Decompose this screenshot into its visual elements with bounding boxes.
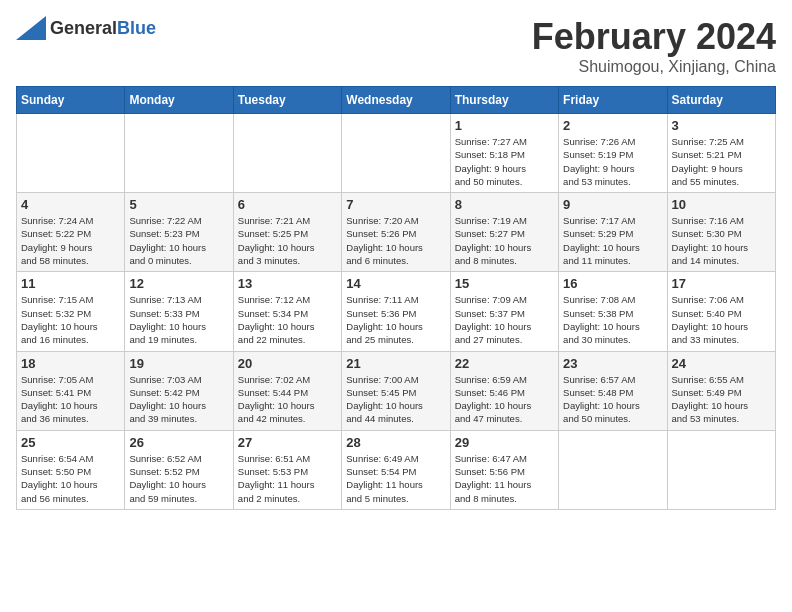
day-number: 9 xyxy=(563,197,662,212)
weekday-header-friday: Friday xyxy=(559,87,667,114)
day-number: 18 xyxy=(21,356,120,371)
calendar-cell: 9Sunrise: 7:17 AM Sunset: 5:29 PM Daylig… xyxy=(559,193,667,272)
day-number: 1 xyxy=(455,118,554,133)
calendar-cell: 21Sunrise: 7:00 AM Sunset: 5:45 PM Dayli… xyxy=(342,351,450,430)
calendar-week-row: 4Sunrise: 7:24 AM Sunset: 5:22 PM Daylig… xyxy=(17,193,776,272)
calendar-cell: 3Sunrise: 7:25 AM Sunset: 5:21 PM Daylig… xyxy=(667,114,775,193)
calendar-cell xyxy=(667,430,775,509)
calendar-cell: 4Sunrise: 7:24 AM Sunset: 5:22 PM Daylig… xyxy=(17,193,125,272)
weekday-header-monday: Monday xyxy=(125,87,233,114)
day-number: 13 xyxy=(238,276,337,291)
calendar-cell: 19Sunrise: 7:03 AM Sunset: 5:42 PM Dayli… xyxy=(125,351,233,430)
calendar-cell: 11Sunrise: 7:15 AM Sunset: 5:32 PM Dayli… xyxy=(17,272,125,351)
logo-icon xyxy=(16,16,46,40)
day-info: Sunrise: 7:08 AM Sunset: 5:38 PM Dayligh… xyxy=(563,293,662,346)
calendar-week-row: 25Sunrise: 6:54 AM Sunset: 5:50 PM Dayli… xyxy=(17,430,776,509)
day-number: 25 xyxy=(21,435,120,450)
day-info: Sunrise: 7:21 AM Sunset: 5:25 PM Dayligh… xyxy=(238,214,337,267)
calendar-cell: 2Sunrise: 7:26 AM Sunset: 5:19 PM Daylig… xyxy=(559,114,667,193)
day-info: Sunrise: 7:25 AM Sunset: 5:21 PM Dayligh… xyxy=(672,135,771,188)
day-number: 3 xyxy=(672,118,771,133)
day-info: Sunrise: 7:15 AM Sunset: 5:32 PM Dayligh… xyxy=(21,293,120,346)
day-info: Sunrise: 7:06 AM Sunset: 5:40 PM Dayligh… xyxy=(672,293,771,346)
day-number: 19 xyxy=(129,356,228,371)
calendar-week-row: 1Sunrise: 7:27 AM Sunset: 5:18 PM Daylig… xyxy=(17,114,776,193)
day-info: Sunrise: 7:02 AM Sunset: 5:44 PM Dayligh… xyxy=(238,373,337,426)
day-info: Sunrise: 7:20 AM Sunset: 5:26 PM Dayligh… xyxy=(346,214,445,267)
day-info: Sunrise: 7:26 AM Sunset: 5:19 PM Dayligh… xyxy=(563,135,662,188)
day-number: 20 xyxy=(238,356,337,371)
day-info: Sunrise: 7:12 AM Sunset: 5:34 PM Dayligh… xyxy=(238,293,337,346)
calendar-cell xyxy=(233,114,341,193)
weekday-header-tuesday: Tuesday xyxy=(233,87,341,114)
day-number: 8 xyxy=(455,197,554,212)
weekday-header-thursday: Thursday xyxy=(450,87,558,114)
day-info: Sunrise: 6:49 AM Sunset: 5:54 PM Dayligh… xyxy=(346,452,445,505)
logo: GeneralBlue xyxy=(16,16,156,40)
day-number: 27 xyxy=(238,435,337,450)
day-info: Sunrise: 7:03 AM Sunset: 5:42 PM Dayligh… xyxy=(129,373,228,426)
day-number: 23 xyxy=(563,356,662,371)
calendar-cell: 15Sunrise: 7:09 AM Sunset: 5:37 PM Dayli… xyxy=(450,272,558,351)
day-info: Sunrise: 6:51 AM Sunset: 5:53 PM Dayligh… xyxy=(238,452,337,505)
calendar-cell xyxy=(559,430,667,509)
day-info: Sunrise: 7:09 AM Sunset: 5:37 PM Dayligh… xyxy=(455,293,554,346)
calendar-cell: 14Sunrise: 7:11 AM Sunset: 5:36 PM Dayli… xyxy=(342,272,450,351)
day-number: 28 xyxy=(346,435,445,450)
calendar-cell: 23Sunrise: 6:57 AM Sunset: 5:48 PM Dayli… xyxy=(559,351,667,430)
calendar-cell: 29Sunrise: 6:47 AM Sunset: 5:56 PM Dayli… xyxy=(450,430,558,509)
calendar-cell: 10Sunrise: 7:16 AM Sunset: 5:30 PM Dayli… xyxy=(667,193,775,272)
day-info: Sunrise: 7:22 AM Sunset: 5:23 PM Dayligh… xyxy=(129,214,228,267)
calendar-cell: 25Sunrise: 6:54 AM Sunset: 5:50 PM Dayli… xyxy=(17,430,125,509)
day-number: 21 xyxy=(346,356,445,371)
day-info: Sunrise: 7:19 AM Sunset: 5:27 PM Dayligh… xyxy=(455,214,554,267)
day-number: 22 xyxy=(455,356,554,371)
calendar-cell: 26Sunrise: 6:52 AM Sunset: 5:52 PM Dayli… xyxy=(125,430,233,509)
day-number: 11 xyxy=(21,276,120,291)
day-number: 2 xyxy=(563,118,662,133)
day-info: Sunrise: 7:05 AM Sunset: 5:41 PM Dayligh… xyxy=(21,373,120,426)
calendar-cell: 6Sunrise: 7:21 AM Sunset: 5:25 PM Daylig… xyxy=(233,193,341,272)
day-info: Sunrise: 7:24 AM Sunset: 5:22 PM Dayligh… xyxy=(21,214,120,267)
calendar-location: Shuimogou, Xinjiang, China xyxy=(532,58,776,76)
logo-blue: Blue xyxy=(117,18,156,38)
calendar-cell: 16Sunrise: 7:08 AM Sunset: 5:38 PM Dayli… xyxy=(559,272,667,351)
calendar-cell: 17Sunrise: 7:06 AM Sunset: 5:40 PM Dayli… xyxy=(667,272,775,351)
day-info: Sunrise: 6:59 AM Sunset: 5:46 PM Dayligh… xyxy=(455,373,554,426)
day-info: Sunrise: 6:57 AM Sunset: 5:48 PM Dayligh… xyxy=(563,373,662,426)
logo-general: General xyxy=(50,18,117,38)
calendar-title: February 2024 xyxy=(532,16,776,58)
day-number: 5 xyxy=(129,197,228,212)
calendar-cell: 24Sunrise: 6:55 AM Sunset: 5:49 PM Dayli… xyxy=(667,351,775,430)
day-info: Sunrise: 6:54 AM Sunset: 5:50 PM Dayligh… xyxy=(21,452,120,505)
calendar-table: SundayMondayTuesdayWednesdayThursdayFrid… xyxy=(16,86,776,510)
day-number: 7 xyxy=(346,197,445,212)
weekday-header-saturday: Saturday xyxy=(667,87,775,114)
day-number: 24 xyxy=(672,356,771,371)
calendar-cell: 8Sunrise: 7:19 AM Sunset: 5:27 PM Daylig… xyxy=(450,193,558,272)
calendar-cell: 18Sunrise: 7:05 AM Sunset: 5:41 PM Dayli… xyxy=(17,351,125,430)
calendar-cell: 12Sunrise: 7:13 AM Sunset: 5:33 PM Dayli… xyxy=(125,272,233,351)
calendar-cell: 7Sunrise: 7:20 AM Sunset: 5:26 PM Daylig… xyxy=(342,193,450,272)
calendar-cell: 22Sunrise: 6:59 AM Sunset: 5:46 PM Dayli… xyxy=(450,351,558,430)
day-info: Sunrise: 6:52 AM Sunset: 5:52 PM Dayligh… xyxy=(129,452,228,505)
weekday-header-wednesday: Wednesday xyxy=(342,87,450,114)
day-info: Sunrise: 6:55 AM Sunset: 5:49 PM Dayligh… xyxy=(672,373,771,426)
day-number: 10 xyxy=(672,197,771,212)
calendar-cell: 27Sunrise: 6:51 AM Sunset: 5:53 PM Dayli… xyxy=(233,430,341,509)
calendar-cell: 28Sunrise: 6:49 AM Sunset: 5:54 PM Dayli… xyxy=(342,430,450,509)
calendar-cell: 13Sunrise: 7:12 AM Sunset: 5:34 PM Dayli… xyxy=(233,272,341,351)
calendar-cell xyxy=(125,114,233,193)
day-number: 15 xyxy=(455,276,554,291)
svg-marker-0 xyxy=(16,16,46,40)
day-number: 6 xyxy=(238,197,337,212)
calendar-cell: 5Sunrise: 7:22 AM Sunset: 5:23 PM Daylig… xyxy=(125,193,233,272)
day-info: Sunrise: 7:00 AM Sunset: 5:45 PM Dayligh… xyxy=(346,373,445,426)
day-info: Sunrise: 7:13 AM Sunset: 5:33 PM Dayligh… xyxy=(129,293,228,346)
day-number: 12 xyxy=(129,276,228,291)
calendar-cell: 1Sunrise: 7:27 AM Sunset: 5:18 PM Daylig… xyxy=(450,114,558,193)
day-number: 17 xyxy=(672,276,771,291)
day-info: Sunrise: 7:16 AM Sunset: 5:30 PM Dayligh… xyxy=(672,214,771,267)
day-number: 4 xyxy=(21,197,120,212)
day-number: 16 xyxy=(563,276,662,291)
